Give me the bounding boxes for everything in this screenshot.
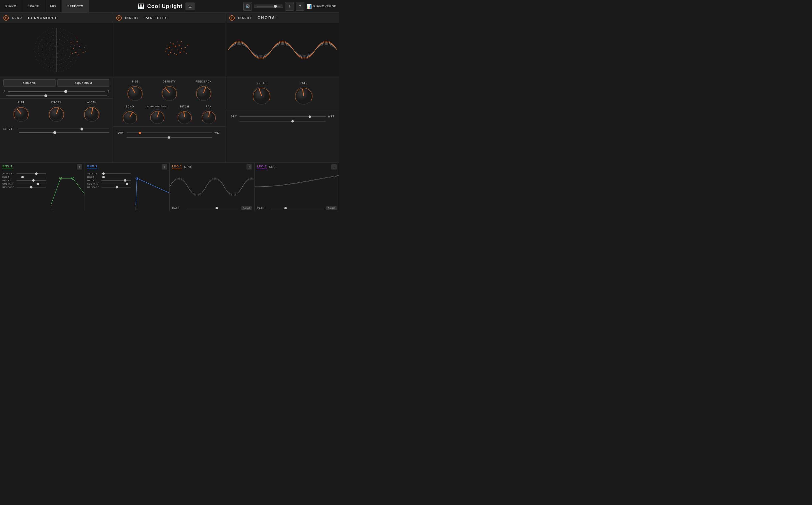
env1-sustain-slider[interactable] <box>16 184 46 184</box>
env2-attack-slider[interactable] <box>101 173 131 174</box>
svg-point-34 <box>175 46 176 47</box>
svg-point-7 <box>74 45 75 46</box>
effects-area: ⏻ SEND CONVOMORPH <box>0 13 339 163</box>
env1-add-button[interactable]: + <box>77 164 82 170</box>
depth-knob[interactable] <box>252 86 271 105</box>
speaker-button[interactable]: 🔊 <box>243 2 252 11</box>
p-pan-knob[interactable] <box>201 110 216 125</box>
p-pan-label: PAN <box>206 105 212 108</box>
particles-power-button[interactable]: ⏻ <box>116 15 122 21</box>
p-feedback-knob[interactable] <box>195 85 212 102</box>
choral-drywet-row2 <box>231 119 334 123</box>
svg-point-36 <box>170 52 171 53</box>
env2-hold-slider[interactable] <box>101 177 131 177</box>
convomorph-name: CONVOMORPH <box>28 16 58 20</box>
p-echo-label: ECHO <box>126 105 134 108</box>
svg-point-6 <box>70 42 71 43</box>
ab-slider[interactable] <box>8 91 105 92</box>
tab-mix[interactable]: MIX <box>45 0 62 12</box>
p-pitch-label: PITCH <box>180 105 189 108</box>
volume-control[interactable] <box>254 5 283 8</box>
env2-sustain-label: SUSTAIN <box>87 183 99 185</box>
size-knob[interactable] <box>13 105 30 122</box>
tab-effects[interactable]: EFFECTS <box>62 0 89 12</box>
svg-point-41 <box>181 48 182 49</box>
lfo2-sync-button[interactable]: SYNC <box>326 206 337 210</box>
svg-point-47 <box>178 41 178 42</box>
choral-drywet-slider[interactable] <box>240 116 326 117</box>
depth-label: DEPTH <box>257 82 267 85</box>
p-echo-knob[interactable] <box>122 110 138 125</box>
svg-point-39 <box>176 54 177 55</box>
env1-release-row: RELEASE <box>2 186 46 188</box>
env2-add-button[interactable]: + <box>162 164 167 170</box>
wet-label-mid: WET <box>214 132 221 134</box>
env1-header: ENV 1 + <box>0 163 84 171</box>
lfo2-rate-slider[interactable] <box>271 208 324 208</box>
pianoverse-logo: 📊 PIANOVERSE <box>306 4 336 9</box>
tab-piano[interactable]: PIANO <box>0 0 22 12</box>
env2-header: ENV 2 + <box>85 163 170 171</box>
input-slider2[interactable] <box>19 132 109 133</box>
preset-b-button[interactable]: AQUARIUM <box>57 79 109 87</box>
p-density-label: DENSITY <box>163 80 176 83</box>
decay-knob[interactable] <box>48 105 65 122</box>
send-power-button[interactable]: ⏻ <box>3 15 9 21</box>
lfo1-rate-slider[interactable] <box>186 208 240 208</box>
choral-drywet-row1: DRY WET <box>231 113 334 119</box>
p-size-knob[interactable] <box>126 85 144 102</box>
input-slider[interactable] <box>19 129 109 129</box>
svg-point-38 <box>179 45 180 46</box>
svg-point-9 <box>79 46 80 47</box>
p-pan-container: PAN <box>201 105 216 125</box>
lfo1-add-button[interactable]: + <box>247 164 252 170</box>
particles-drywet-row2 <box>118 135 221 139</box>
particles-drywet-slider[interactable] <box>126 133 212 133</box>
preset-a-button[interactable]: ARCANE <box>3 79 55 87</box>
size-label: SIZE <box>18 101 24 104</box>
settings-button[interactable]: ⚙ <box>296 2 304 11</box>
tab-space[interactable]: SPACE <box>22 0 45 12</box>
lfo2-label: LFO 2 <box>257 165 267 169</box>
env1-attack-slider[interactable] <box>16 173 46 174</box>
env1-sliders: ATTACK HOLD DECAY <box>0 171 48 211</box>
lfo1-rate-label: RATE <box>172 207 184 209</box>
svg-point-50 <box>186 53 187 54</box>
svg-point-22 <box>77 38 77 38</box>
env2-sustain-slider[interactable] <box>101 184 131 184</box>
env2-decay-slider[interactable] <box>101 180 131 181</box>
ab-slider2[interactable] <box>6 95 107 96</box>
b-label: B <box>107 90 109 93</box>
piano-icon: 🎹 <box>138 3 144 9</box>
env2-release-slider[interactable] <box>101 187 131 187</box>
env1-hold-row: HOLD <box>2 176 46 178</box>
alert-button[interactable]: ! <box>285 2 294 11</box>
p-density-knob[interactable] <box>161 85 178 102</box>
svg-point-21 <box>80 39 81 39</box>
env1-graph <box>48 171 84 211</box>
svg-point-35 <box>178 49 179 50</box>
lfo1-header: LFO 1 SINE + <box>170 163 254 171</box>
env1-content: ATTACK HOLD DECAY <box>0 171 84 211</box>
env2-decay-row: DECAY <box>87 179 131 182</box>
p-echodrywet-knob[interactable] <box>150 109 165 124</box>
width-knob[interactable] <box>83 105 100 122</box>
lfo2-add-button[interactable]: + <box>331 164 337 170</box>
particles-drywet-slider2[interactable] <box>126 137 212 138</box>
convomorph-header: ⏻ SEND CONVOMORPH <box>0 13 113 23</box>
svg-point-20 <box>85 51 86 52</box>
env1-decay-slider[interactable] <box>16 180 46 181</box>
choral-drywet-slider2[interactable] <box>240 121 326 122</box>
p-pitch-knob[interactable] <box>177 110 192 125</box>
svg-point-49 <box>185 47 186 48</box>
choral-power-button[interactable]: ⏻ <box>229 15 235 21</box>
env1-hold-slider[interactable] <box>16 177 46 177</box>
env2-attack-label: ATTACK <box>87 172 99 175</box>
env1-release-slider[interactable] <box>16 187 46 187</box>
menu-button[interactable]: ☰ <box>186 2 195 10</box>
a-label: A <box>3 90 5 93</box>
rate-knob[interactable] <box>294 86 313 105</box>
volume-thumb <box>274 5 277 8</box>
lfo1-sync-button[interactable]: SYNC <box>241 206 252 210</box>
lfo2-header: LFO 2 SINE + <box>255 163 339 171</box>
